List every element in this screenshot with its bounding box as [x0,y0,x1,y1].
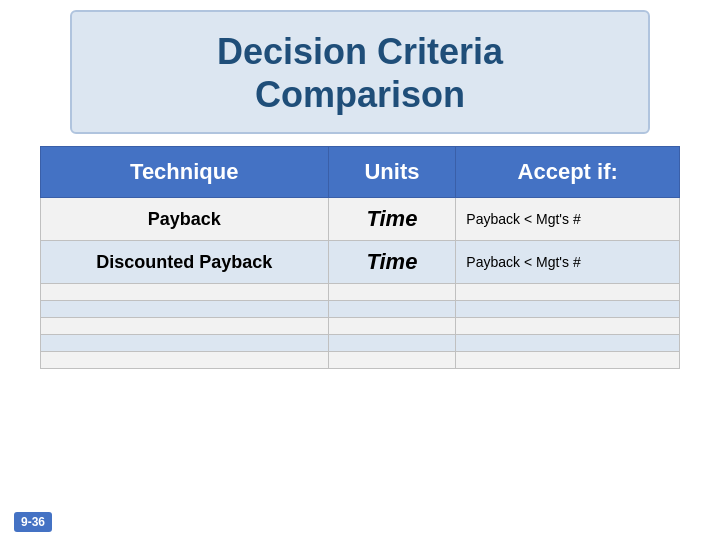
table-row [41,318,680,335]
cell-units [328,301,456,318]
cell-units: Time [328,198,456,241]
cell-accept [456,284,680,301]
cell-technique: Payback [41,198,329,241]
cell-technique [41,335,329,352]
cell-technique [41,352,329,369]
table-header-row: Technique Units Accept if: [41,147,680,198]
cell-accept: Payback < Mgt's # [456,198,680,241]
comparison-table: Technique Units Accept if: PaybackTimePa… [40,146,680,369]
table-row: Discounted PaybackTimePayback < Mgt's # [41,241,680,284]
cell-accept [456,352,680,369]
cell-units [328,318,456,335]
cell-units [328,335,456,352]
table-row: PaybackTimePayback < Mgt's # [41,198,680,241]
table-row [41,352,680,369]
table-row [41,284,680,301]
cell-units: Time [328,241,456,284]
table-row [41,335,680,352]
cell-units [328,284,456,301]
cell-accept [456,301,680,318]
header-units: Units [328,147,456,198]
table-wrapper: Technique Units Accept if: PaybackTimePa… [40,146,680,540]
cell-accept [456,335,680,352]
cell-technique: Discounted Payback [41,241,329,284]
cell-accept: Payback < Mgt's # [456,241,680,284]
cell-technique [41,284,329,301]
cell-accept [456,318,680,335]
cell-technique [41,318,329,335]
cell-technique [41,301,329,318]
title-box: Decision Criteria Comparison [70,10,650,134]
header-accept: Accept if: [456,147,680,198]
slide-number: 9-36 [14,512,52,532]
cell-units [328,352,456,369]
page-title: Decision Criteria Comparison [92,30,628,116]
header-technique: Technique [41,147,329,198]
table-row [41,301,680,318]
page-container: Decision Criteria Comparison Technique U… [0,0,720,540]
